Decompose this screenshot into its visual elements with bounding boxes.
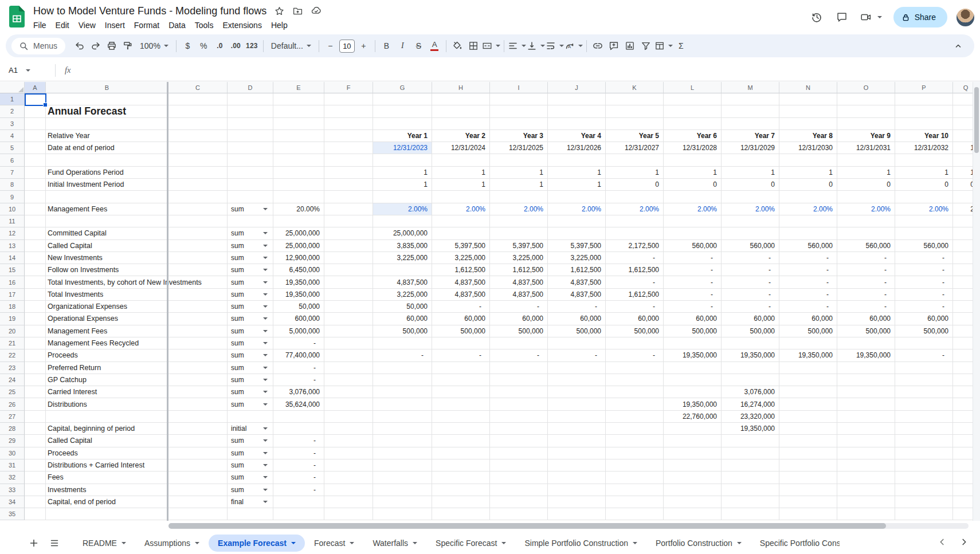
cell-G14[interactable]: 3,225,000 xyxy=(373,252,432,264)
cell-B6[interactable] xyxy=(46,154,168,166)
cell-B3[interactable] xyxy=(46,118,168,130)
cell-P35[interactable] xyxy=(895,508,953,520)
cell-E19[interactable]: 600,000 xyxy=(273,313,324,325)
cell-O31[interactable] xyxy=(837,459,895,472)
cell-P33[interactable] xyxy=(895,484,953,496)
cell-D8[interactable] xyxy=(228,179,273,191)
cell-B34[interactable]: Capital, end of period xyxy=(46,496,168,508)
cell-E6[interactable] xyxy=(273,154,324,166)
cell-K17[interactable]: 1,612,500 xyxy=(606,289,664,301)
cell-M17[interactable]: - xyxy=(722,289,779,301)
cell-E30[interactable]: - xyxy=(273,447,324,459)
cell-J12[interactable] xyxy=(548,227,606,239)
cell-L28[interactable] xyxy=(664,423,722,435)
cell-I32[interactable] xyxy=(490,472,548,484)
row-header-31[interactable]: 31 xyxy=(0,459,25,472)
cell-G5[interactable]: 12/31/2023 xyxy=(373,142,432,154)
cell-I33[interactable] xyxy=(490,484,548,496)
cell-D3[interactable] xyxy=(228,118,273,130)
sheet-tab-menu-icon[interactable] xyxy=(633,542,637,544)
cell-A34[interactable] xyxy=(25,496,46,508)
insert-chart-button[interactable] xyxy=(622,38,638,54)
cell-L22[interactable]: 19,350,000 xyxy=(664,349,722,362)
sheet-tab-menu-icon[interactable] xyxy=(350,542,354,544)
text-rotation-button[interactable]: A xyxy=(565,38,583,54)
table-views-button[interactable] xyxy=(654,38,673,54)
column-header-I[interactable]: I xyxy=(490,82,548,93)
cell-P15[interactable]: - xyxy=(895,264,953,276)
cell-I22[interactable]: - xyxy=(490,349,548,362)
cell-B4[interactable]: Relative Year xyxy=(46,130,168,142)
cell-B1[interactable] xyxy=(46,93,168,105)
cell-B25[interactable]: Carried Interest xyxy=(46,386,168,398)
row-header-13[interactable]: 13 xyxy=(0,240,25,252)
cell-M18[interactable]: - xyxy=(722,301,779,313)
cell-F13[interactable] xyxy=(324,240,373,252)
cell-P28[interactable] xyxy=(895,423,953,435)
cell-F8[interactable] xyxy=(324,179,373,191)
meet-call-button[interactable] xyxy=(856,6,887,29)
menus-search-button[interactable]: Menus xyxy=(11,38,65,54)
cell-E25[interactable]: 3,076,000 xyxy=(273,386,324,398)
cell-M13[interactable]: 560,000 xyxy=(722,240,779,252)
cell-J27[interactable] xyxy=(548,411,606,423)
cell-H7[interactable]: 1 xyxy=(432,167,490,179)
cell-C19[interactable] xyxy=(168,313,228,325)
cell-D1[interactable] xyxy=(228,93,273,105)
cell-C21[interactable] xyxy=(168,337,228,349)
cell-A11[interactable] xyxy=(25,215,46,227)
cell-A6[interactable] xyxy=(25,154,46,166)
sheet-tab-specific-forecast[interactable]: Specific Forecast xyxy=(426,535,515,552)
row-header-5[interactable]: 5 xyxy=(0,142,25,154)
aggregation-dropdown-32[interactable]: sum xyxy=(228,472,273,484)
cell-O2[interactable] xyxy=(837,105,895,117)
cell-H18[interactable]: - xyxy=(432,301,490,313)
cell-G13[interactable]: 3,835,000 xyxy=(373,240,432,252)
cell-N25[interactable] xyxy=(779,386,837,398)
cell-I17[interactable]: 4,837,500 xyxy=(490,289,548,301)
cell-E27[interactable] xyxy=(273,411,324,423)
paint-format-button[interactable] xyxy=(120,38,135,54)
dropdown-arrow-icon[interactable] xyxy=(263,427,268,430)
cell-F28[interactable] xyxy=(324,423,373,435)
dropdown-arrow-icon[interactable] xyxy=(263,439,268,442)
aggregation-dropdown-18[interactable]: sum xyxy=(228,301,273,313)
cell-B5[interactable]: Date at end of period xyxy=(46,142,168,154)
cell-I29[interactable] xyxy=(490,435,548,447)
menu-tools[interactable]: Tools xyxy=(190,19,218,32)
cell-P8[interactable]: 0 xyxy=(895,179,953,191)
cell-C34[interactable] xyxy=(168,496,228,508)
cell-M33[interactable] xyxy=(722,484,779,496)
dropdown-arrow-icon[interactable] xyxy=(263,305,268,308)
dropdown-arrow-icon[interactable] xyxy=(263,391,268,393)
dropdown-arrow-icon[interactable] xyxy=(263,330,268,332)
merge-cells-button[interactable] xyxy=(482,38,500,54)
collapse-toolbar-button[interactable] xyxy=(954,41,963,50)
cell-C32[interactable] xyxy=(168,472,228,484)
share-button[interactable]: Share xyxy=(893,7,947,27)
cell-C5[interactable] xyxy=(168,142,228,154)
cell-L20[interactable]: 500,000 xyxy=(664,325,722,337)
cell-J11[interactable] xyxy=(548,215,606,227)
cell-A26[interactable] xyxy=(25,398,46,410)
cell-M7[interactable]: 1 xyxy=(722,167,779,179)
cell-M20[interactable]: 500,000 xyxy=(722,325,779,337)
cell-C13[interactable] xyxy=(168,240,228,252)
menu-file[interactable]: File xyxy=(29,19,51,32)
cell-B33[interactable]: Investments xyxy=(46,484,168,496)
cell-G31[interactable] xyxy=(373,459,432,472)
cell-I15[interactable]: 1,612,500 xyxy=(490,264,548,276)
cell-J30[interactable] xyxy=(548,447,606,459)
cell-A7[interactable] xyxy=(25,167,46,179)
cell-G6[interactable] xyxy=(373,154,432,166)
cell-G3[interactable] xyxy=(373,118,432,130)
cell-L10[interactable]: 2.00% xyxy=(664,203,722,215)
column-header-A[interactable]: A xyxy=(25,82,46,93)
cell-O16[interactable]: - xyxy=(837,276,895,288)
row-header-25[interactable]: 25 xyxy=(0,386,25,398)
cell-J35[interactable] xyxy=(548,508,606,520)
row-header-10[interactable]: 10 xyxy=(0,203,25,215)
cell-O1[interactable] xyxy=(837,93,895,105)
cell-L16[interactable]: - xyxy=(664,276,722,288)
aggregation-dropdown-10[interactable]: sum xyxy=(228,203,273,215)
